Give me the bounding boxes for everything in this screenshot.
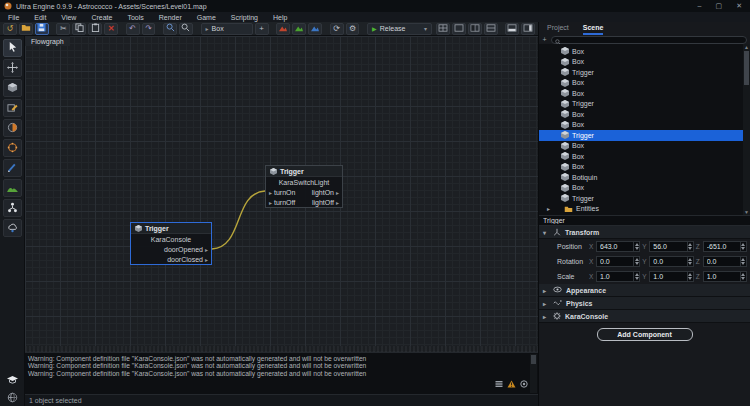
layout-hsplit-button[interactable]	[484, 23, 498, 35]
entity-name-input[interactable]	[539, 217, 750, 224]
layout-vsplit-button[interactable]	[468, 23, 482, 35]
spinner[interactable]	[687, 242, 693, 251]
tree-item[interactable]: Trigger	[539, 67, 750, 78]
tree-item[interactable]: Box	[539, 162, 750, 173]
maximize-button[interactable]: ▢	[716, 2, 723, 10]
close-button[interactable]: ✕	[736, 2, 742, 10]
cut-button[interactable]: ✂	[56, 23, 70, 35]
entity-name-field[interactable]	[539, 215, 750, 226]
refresh-button[interactable]: ⟳	[330, 23, 344, 35]
add-component-button[interactable]: Add Component	[597, 328, 693, 341]
menu-file[interactable]: File	[8, 14, 19, 21]
errors-filter-icon[interactable]	[520, 374, 528, 392]
position-z-input[interactable]	[704, 242, 740, 251]
terrain-green-button[interactable]	[292, 23, 306, 35]
add-entity-button[interactable]: +	[540, 36, 549, 44]
spinner[interactable]	[687, 272, 693, 281]
material-tool[interactable]	[3, 119, 22, 137]
zoom-in-button[interactable]	[163, 23, 177, 35]
menu-render[interactable]: Render	[159, 14, 182, 21]
menu-create[interactable]: Create	[91, 14, 112, 21]
tree-item[interactable]: Trigger	[539, 193, 750, 204]
warnings-filter-icon[interactable]	[507, 374, 516, 392]
flowgraph-tab[interactable]: Flowgraph	[25, 36, 70, 46]
delete-button[interactable]: ✕	[104, 23, 118, 35]
move-tool[interactable]	[3, 59, 22, 77]
position-x-input[interactable]	[597, 242, 633, 251]
input-pin[interactable]: ▸turnOn	[269, 189, 295, 196]
toggle-sidebar-button[interactable]	[521, 23, 535, 35]
search-input[interactable]	[563, 36, 743, 43]
redo-button[interactable]: ↷	[142, 23, 156, 35]
scale-z-input[interactable]	[704, 272, 740, 281]
tree-item[interactable]: Botiquin	[539, 172, 750, 183]
spinner[interactable]	[740, 242, 746, 251]
terrain-tool[interactable]	[3, 179, 22, 197]
section-karaconsole[interactable]: ▸ KaraConsole	[539, 310, 750, 323]
tree-folder-entities[interactable]: ▸Entities	[539, 204, 750, 215]
tree-item[interactable]: Box	[539, 151, 750, 162]
menu-scripting[interactable]: Scripting	[231, 14, 258, 21]
copy-button[interactable]	[72, 23, 86, 35]
settings-button[interactable]: ⚙	[346, 23, 360, 35]
undo-button[interactable]: ↶	[126, 23, 140, 35]
community-button[interactable]	[3, 390, 22, 406]
tree-item[interactable]: Box	[539, 78, 750, 89]
paint-tool[interactable]	[3, 159, 22, 177]
spinner[interactable]	[633, 257, 639, 266]
save-button[interactable]	[35, 23, 49, 35]
layout-single-button[interactable]	[452, 23, 466, 35]
tree-item[interactable]: Box	[539, 109, 750, 120]
tree-item[interactable]: Box	[539, 120, 750, 131]
scale-x-input[interactable]	[597, 272, 633, 281]
revert-button[interactable]: ↺	[3, 23, 17, 35]
terrain-blue-button[interactable]	[308, 23, 322, 35]
spinner[interactable]	[740, 257, 746, 266]
node-karaswitchlight[interactable]: Trigger KaraSwitchLight ▸turnOn lightOn▸…	[265, 165, 343, 208]
open-button[interactable]	[19, 23, 33, 35]
learn-button[interactable]	[3, 372, 22, 388]
input-pin[interactable]: ▸turnOff	[269, 199, 295, 206]
scene-search[interactable]	[551, 36, 747, 44]
tree-item[interactable]: Box	[539, 88, 750, 99]
primitive-dropdown[interactable]: ▸ Box	[201, 23, 253, 35]
spinner[interactable]	[740, 272, 746, 281]
output-pin[interactable]: doorClosed▸	[167, 256, 208, 263]
tree-item[interactable]: Trigger	[539, 130, 750, 141]
rotation-z-input[interactable]	[704, 257, 740, 266]
tree-item[interactable]: Box	[539, 141, 750, 152]
menu-game[interactable]: Game	[197, 14, 216, 21]
minimize-button[interactable]: –	[698, 2, 702, 10]
flowgraph-canvas[interactable]: Flowgraph Trigger KaraConsole doorOpened	[25, 36, 538, 352]
menu-view[interactable]: View	[61, 14, 76, 21]
node-karaconsole[interactable]: Trigger KaraConsole doorOpened▸ doorClos…	[130, 222, 212, 265]
paste-button[interactable]	[88, 23, 102, 35]
flowgraph-tool[interactable]	[3, 199, 22, 217]
menu-tools[interactable]: Tools	[127, 14, 143, 21]
output-pin[interactable]: doorOpened▸	[164, 246, 208, 253]
toggle-console-button[interactable]	[505, 23, 519, 35]
section-transform[interactable]: ▾ Transform	[539, 226, 750, 239]
run-config-dropdown[interactable]: ▶ Release ▾	[367, 23, 432, 35]
tab-scene[interactable]: Scene	[583, 24, 604, 35]
console-scrollbar[interactable]	[530, 354, 537, 393]
tree-item[interactable]: Trigger	[539, 99, 750, 110]
output-pin[interactable]: lightOn▸	[312, 189, 339, 196]
spinner[interactable]	[687, 257, 693, 266]
spinner[interactable]	[633, 272, 639, 281]
spinner[interactable]	[633, 242, 639, 251]
tree-item[interactable]: Box	[539, 57, 750, 68]
rotation-x-input[interactable]	[597, 257, 633, 266]
section-appearance[interactable]: ▸ Appearance	[539, 284, 750, 297]
edit-tool[interactable]	[3, 99, 22, 117]
position-y-input[interactable]	[650, 242, 686, 251]
tree-item[interactable]: Box	[539, 46, 750, 57]
environment-tool[interactable]	[3, 219, 22, 237]
menu-help[interactable]: Help	[273, 14, 287, 21]
rotation-y-input[interactable]	[650, 257, 686, 266]
terrain-red-button[interactable]	[276, 23, 290, 35]
scale-y-input[interactable]	[650, 272, 686, 281]
tree-item[interactable]: Box	[539, 183, 750, 194]
zoom-out-button[interactable]	[179, 23, 193, 35]
add-primitive-button[interactable]: +	[255, 23, 269, 35]
